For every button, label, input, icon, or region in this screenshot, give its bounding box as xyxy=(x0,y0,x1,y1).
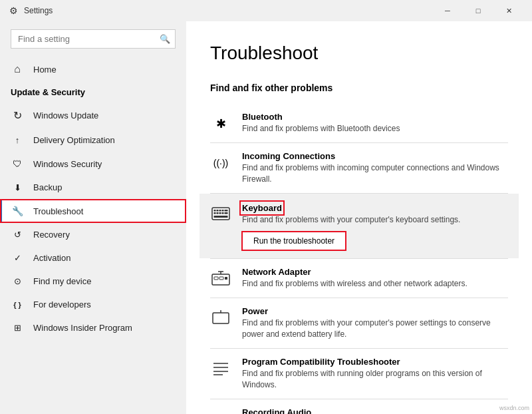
sidebar-label-find-my-device: Find my device xyxy=(33,276,91,286)
sidebar-item-backup[interactable]: ⬆ Backup xyxy=(0,176,186,199)
svg-rect-14 xyxy=(219,277,223,280)
power-icon xyxy=(210,308,231,329)
sidebar-item-delivery-optimization[interactable]: ↑ Delivery Optimization xyxy=(0,128,186,152)
item-title-incoming-connections: Incoming Connections xyxy=(242,151,508,161)
sidebar-item-windows-insider[interactable]: ⊞ Windows Insider Program xyxy=(0,316,186,339)
item-desc-program-compatibility: Find and fix problems with running older… xyxy=(242,368,508,391)
incoming-connections-icon: ((·)) xyxy=(210,152,231,174)
find-my-device-icon: ⊙ xyxy=(11,276,24,286)
svg-rect-9 xyxy=(222,212,224,214)
title-bar-left: ⚙ Settings xyxy=(8,5,53,16)
page-title: Troubleshoot xyxy=(210,43,508,64)
sidebar-label-windows-insider: Windows Insider Program xyxy=(33,323,132,333)
backup-icon: ⬆ xyxy=(11,182,24,192)
close-button[interactable]: ✕ xyxy=(493,0,524,21)
svg-rect-1 xyxy=(214,210,216,212)
windows-insider-icon: ⊞ xyxy=(11,323,24,333)
svg-rect-10 xyxy=(225,212,228,214)
item-title-network-adapter: Network Adapter xyxy=(242,267,508,277)
item-title-keyboard: Keyboard xyxy=(242,203,282,213)
item-desc-network-adapter: Find and fix problems with wireless and … xyxy=(242,278,508,290)
sidebar-item-find-my-device[interactable]: ⊙ Find my device xyxy=(0,270,186,293)
delivery-optimization-icon: ↑ xyxy=(11,135,24,145)
sidebar-item-recovery[interactable]: ↺ Recovery xyxy=(0,223,186,246)
list-item-incoming-connections[interactable]: ((·)) Incoming Connections Find and fix … xyxy=(210,143,508,193)
bluetooth-icon: ✱ xyxy=(210,113,231,134)
windows-update-icon: ↻ xyxy=(11,109,24,122)
home-icon: ⌂ xyxy=(11,63,24,75)
list-item-network-adapter[interactable]: Network Adapter Find and fix problems wi… xyxy=(210,259,508,298)
svg-rect-8 xyxy=(219,212,221,214)
sidebar-label-backup: Backup xyxy=(33,182,62,192)
svg-rect-18 xyxy=(213,313,229,323)
sidebar-label-for-developers: For developers xyxy=(33,300,91,310)
sidebar: 🔍 ⌂ Home Update & Security ↻ Windows Upd… xyxy=(0,21,186,414)
title-bar: ⚙ Settings ─ □ ✕ xyxy=(0,0,532,21)
sidebar-label-delivery-optimization: Delivery Optimization xyxy=(33,135,115,145)
list-item-power[interactable]: Power Find and fix problems with your co… xyxy=(210,298,508,348)
sidebar-item-home[interactable]: ⌂ Home xyxy=(0,57,186,82)
sidebar-item-activation[interactable]: ✓ Activation xyxy=(0,246,186,270)
keyboard-icon xyxy=(210,203,231,224)
section-title: Find and fix other problems xyxy=(210,83,508,93)
sidebar-item-troubleshoot[interactable]: 🔧 Troubleshoot xyxy=(0,199,186,223)
svg-rect-2 xyxy=(217,210,219,212)
sidebar-label-windows-security: Windows Security xyxy=(33,159,102,169)
watermark: wsxdn.com xyxy=(499,405,529,411)
minimize-button[interactable]: ─ xyxy=(432,0,463,21)
item-title-power: Power xyxy=(242,306,508,316)
for-developers-icon: { } xyxy=(11,301,24,309)
program-compatibility-icon xyxy=(210,358,231,379)
sidebar-item-windows-security[interactable]: 🛡 Windows Security xyxy=(0,152,186,176)
troubleshoot-icon: 🔧 xyxy=(11,206,24,216)
item-title-recording-audio: Recording Audio xyxy=(242,407,508,414)
title-bar-controls: ─ □ ✕ xyxy=(432,0,524,21)
sidebar-label-activation: Activation xyxy=(33,253,70,263)
svg-rect-7 xyxy=(217,212,219,214)
item-title-bluetooth: Bluetooth xyxy=(242,112,508,122)
sidebar-section-title: Update & Security xyxy=(0,82,186,103)
search-input[interactable] xyxy=(11,29,176,49)
svg-rect-11 xyxy=(214,216,228,218)
item-title-program-compatibility: Program Compatibility Troubleshooter xyxy=(242,357,508,367)
list-item-program-compatibility[interactable]: Program Compatibility Troubleshooter Fin… xyxy=(210,349,508,399)
main-content: Troubleshoot Find and fix other problems… xyxy=(186,21,532,414)
sidebar-item-windows-update[interactable]: ↻ Windows Update xyxy=(0,103,186,128)
list-item-bluetooth[interactable]: ✱ Bluetooth Find and fix problems with B… xyxy=(210,104,508,142)
app-icon: ⚙ xyxy=(8,5,19,16)
sidebar-label-recovery: Recovery xyxy=(33,230,70,240)
activation-icon: ✓ xyxy=(11,253,24,263)
list-item-keyboard[interactable]: Keyboard Find and fix problems with your… xyxy=(200,194,519,259)
app-title: Settings xyxy=(24,6,53,15)
item-desc-keyboard: Find and fix problems with your computer… xyxy=(242,214,508,226)
svg-rect-6 xyxy=(214,212,216,214)
recovery-icon: ↺ xyxy=(11,230,24,240)
svg-rect-5 xyxy=(225,210,228,212)
run-troubleshooter-button[interactable]: Run the troubleshooter xyxy=(242,232,346,250)
item-desc-incoming-connections: Find and fix problems with incoming comp… xyxy=(242,162,508,185)
recording-audio-icon: 🎙 xyxy=(210,409,231,414)
svg-rect-13 xyxy=(214,277,218,280)
sidebar-label-troubleshoot: Troubleshoot xyxy=(33,206,83,216)
windows-security-icon: 🛡 xyxy=(11,158,24,169)
list-item-recording-audio[interactable]: 🎙 Recording Audio xyxy=(210,399,508,414)
search-icon: 🔍 xyxy=(160,34,170,44)
svg-rect-15 xyxy=(225,277,227,280)
sidebar-label-windows-update: Windows Update xyxy=(33,110,98,120)
item-desc-power: Find and fix problems with your computer… xyxy=(242,317,508,340)
sidebar-item-for-developers[interactable]: { } For developers xyxy=(0,293,186,316)
app-body: 🔍 ⌂ Home Update & Security ↻ Windows Upd… xyxy=(0,21,532,414)
item-desc-bluetooth: Find and fix problems with Bluetooth dev… xyxy=(242,123,508,134)
svg-rect-3 xyxy=(219,210,221,212)
network-adapter-icon xyxy=(210,268,231,290)
maximize-button[interactable]: □ xyxy=(463,0,493,21)
search-box[interactable]: 🔍 xyxy=(11,29,176,49)
sidebar-label-home: Home xyxy=(33,65,57,75)
svg-rect-4 xyxy=(222,210,224,212)
